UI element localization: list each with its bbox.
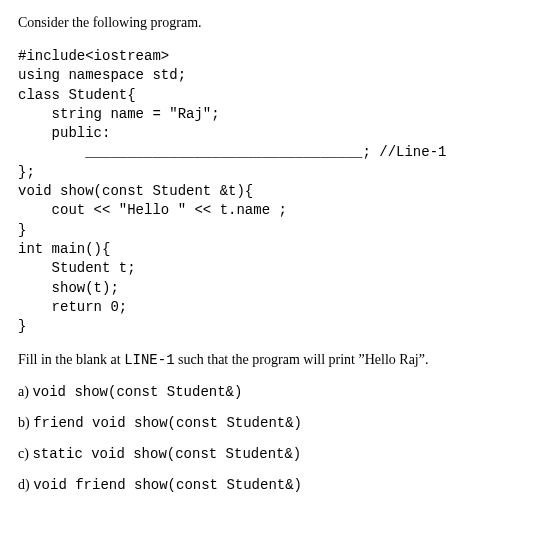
intro-text: Consider the following program. (18, 14, 542, 33)
option-c: c) static void show(const Student&) (18, 445, 542, 464)
option-code: friend void show(const Student&) (33, 415, 302, 431)
question-middle: such that the program will print (175, 352, 359, 367)
question-line-label: LINE-1 (124, 352, 174, 368)
question-block: Consider the following program. #include… (0, 0, 560, 517)
question-prefix: Fill in the blank at (18, 352, 124, 367)
option-label: c) (18, 446, 32, 461)
option-code: void friend show(const Student&) (33, 477, 302, 493)
option-code: void show(const Student&) (32, 384, 242, 400)
option-code: static void show(const Student&) (32, 446, 301, 462)
question-suffix: . (425, 352, 429, 367)
question-text: Fill in the blank at LINE-1 such that th… (18, 351, 542, 370)
code-listing: #include<iostream> using namespace std; … (18, 47, 542, 337)
option-b: b) friend void show(const Student&) (18, 414, 542, 433)
option-label: b) (18, 415, 33, 430)
question-output: ”Hello Raj” (359, 352, 425, 367)
option-a: a) void show(const Student&) (18, 383, 542, 402)
option-d: d) void friend show(const Student&) (18, 476, 542, 495)
option-label: d) (18, 477, 33, 492)
option-label: a) (18, 384, 32, 399)
